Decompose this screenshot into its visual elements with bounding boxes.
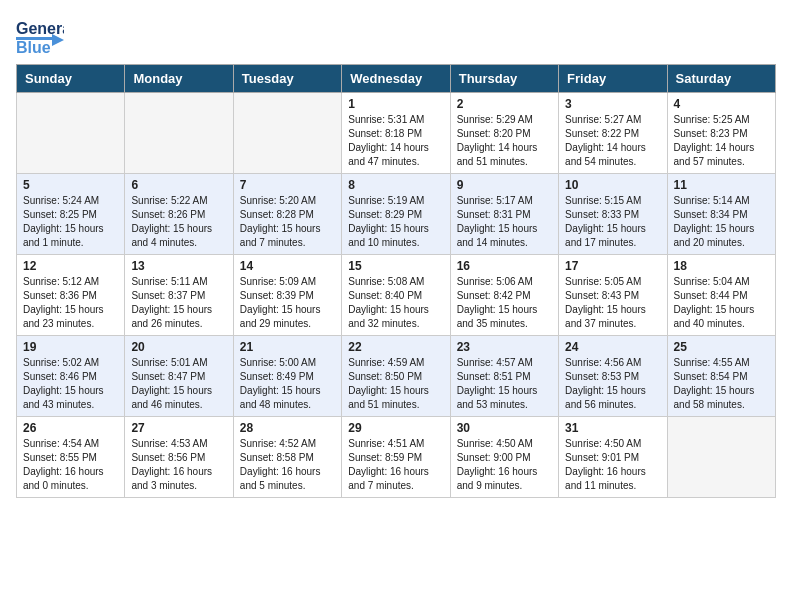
day-info: Sunrise: 5:31 AM Sunset: 8:18 PM Dayligh… [348,113,443,169]
day-info: Sunrise: 5:19 AM Sunset: 8:29 PM Dayligh… [348,194,443,250]
calendar-cell: 17Sunrise: 5:05 AM Sunset: 8:43 PM Dayli… [559,255,667,336]
calendar-cell: 4Sunrise: 5:25 AM Sunset: 8:23 PM Daylig… [667,93,775,174]
calendar-cell: 27Sunrise: 4:53 AM Sunset: 8:56 PM Dayli… [125,417,233,498]
day-number: 5 [23,178,118,192]
day-number: 31 [565,421,660,435]
day-info: Sunrise: 4:56 AM Sunset: 8:53 PM Dayligh… [565,356,660,412]
day-info: Sunrise: 4:51 AM Sunset: 8:59 PM Dayligh… [348,437,443,493]
calendar-cell: 11Sunrise: 5:14 AM Sunset: 8:34 PM Dayli… [667,174,775,255]
day-info: Sunrise: 5:27 AM Sunset: 8:22 PM Dayligh… [565,113,660,169]
calendar-cell: 2Sunrise: 5:29 AM Sunset: 8:20 PM Daylig… [450,93,558,174]
day-number: 18 [674,259,769,273]
day-number: 3 [565,97,660,111]
day-number: 6 [131,178,226,192]
calendar-cell: 6Sunrise: 5:22 AM Sunset: 8:26 PM Daylig… [125,174,233,255]
page-header: General Blue [16,16,776,54]
day-info: Sunrise: 4:50 AM Sunset: 9:01 PM Dayligh… [565,437,660,493]
day-info: Sunrise: 5:17 AM Sunset: 8:31 PM Dayligh… [457,194,552,250]
calendar-cell: 22Sunrise: 4:59 AM Sunset: 8:50 PM Dayli… [342,336,450,417]
calendar-cell: 10Sunrise: 5:15 AM Sunset: 8:33 PM Dayli… [559,174,667,255]
calendar-header-row: SundayMondayTuesdayWednesdayThursdayFrid… [17,65,776,93]
calendar-week-5: 26Sunrise: 4:54 AM Sunset: 8:55 PM Dayli… [17,417,776,498]
calendar-cell: 28Sunrise: 4:52 AM Sunset: 8:58 PM Dayli… [233,417,341,498]
calendar-cell: 15Sunrise: 5:08 AM Sunset: 8:40 PM Dayli… [342,255,450,336]
calendar-cell: 3Sunrise: 5:27 AM Sunset: 8:22 PM Daylig… [559,93,667,174]
calendar-cell: 21Sunrise: 5:00 AM Sunset: 8:49 PM Dayli… [233,336,341,417]
day-number: 20 [131,340,226,354]
day-number: 2 [457,97,552,111]
day-info: Sunrise: 5:08 AM Sunset: 8:40 PM Dayligh… [348,275,443,331]
day-info: Sunrise: 5:05 AM Sunset: 8:43 PM Dayligh… [565,275,660,331]
header-wednesday: Wednesday [342,65,450,93]
calendar-cell: 5Sunrise: 5:24 AM Sunset: 8:25 PM Daylig… [17,174,125,255]
day-info: Sunrise: 5:01 AM Sunset: 8:47 PM Dayligh… [131,356,226,412]
calendar-cell: 25Sunrise: 4:55 AM Sunset: 8:54 PM Dayli… [667,336,775,417]
day-number: 17 [565,259,660,273]
logo-icon: General Blue [16,16,64,54]
day-info: Sunrise: 5:11 AM Sunset: 8:37 PM Dayligh… [131,275,226,331]
day-number: 11 [674,178,769,192]
calendar-cell: 20Sunrise: 5:01 AM Sunset: 8:47 PM Dayli… [125,336,233,417]
day-info: Sunrise: 5:15 AM Sunset: 8:33 PM Dayligh… [565,194,660,250]
day-info: Sunrise: 5:22 AM Sunset: 8:26 PM Dayligh… [131,194,226,250]
calendar-cell [17,93,125,174]
day-info: Sunrise: 5:24 AM Sunset: 8:25 PM Dayligh… [23,194,118,250]
day-info: Sunrise: 4:55 AM Sunset: 8:54 PM Dayligh… [674,356,769,412]
day-info: Sunrise: 5:00 AM Sunset: 8:49 PM Dayligh… [240,356,335,412]
day-number: 13 [131,259,226,273]
day-number: 28 [240,421,335,435]
day-number: 19 [23,340,118,354]
calendar-cell: 7Sunrise: 5:20 AM Sunset: 8:28 PM Daylig… [233,174,341,255]
header-saturday: Saturday [667,65,775,93]
day-info: Sunrise: 4:52 AM Sunset: 8:58 PM Dayligh… [240,437,335,493]
day-number: 1 [348,97,443,111]
calendar-week-2: 5Sunrise: 5:24 AM Sunset: 8:25 PM Daylig… [17,174,776,255]
day-number: 30 [457,421,552,435]
day-info: Sunrise: 5:09 AM Sunset: 8:39 PM Dayligh… [240,275,335,331]
day-number: 25 [674,340,769,354]
day-info: Sunrise: 5:25 AM Sunset: 8:23 PM Dayligh… [674,113,769,169]
day-info: Sunrise: 5:20 AM Sunset: 8:28 PM Dayligh… [240,194,335,250]
calendar-cell: 19Sunrise: 5:02 AM Sunset: 8:46 PM Dayli… [17,336,125,417]
header-friday: Friday [559,65,667,93]
day-info: Sunrise: 4:59 AM Sunset: 8:50 PM Dayligh… [348,356,443,412]
day-info: Sunrise: 5:06 AM Sunset: 8:42 PM Dayligh… [457,275,552,331]
day-info: Sunrise: 4:53 AM Sunset: 8:56 PM Dayligh… [131,437,226,493]
day-info: Sunrise: 5:29 AM Sunset: 8:20 PM Dayligh… [457,113,552,169]
calendar-cell: 29Sunrise: 4:51 AM Sunset: 8:59 PM Dayli… [342,417,450,498]
day-number: 24 [565,340,660,354]
day-number: 23 [457,340,552,354]
svg-text:Blue: Blue [16,39,51,54]
header-monday: Monday [125,65,233,93]
calendar-table: SundayMondayTuesdayWednesdayThursdayFrid… [16,64,776,498]
day-number: 10 [565,178,660,192]
calendar-cell: 16Sunrise: 5:06 AM Sunset: 8:42 PM Dayli… [450,255,558,336]
day-number: 29 [348,421,443,435]
calendar-week-3: 12Sunrise: 5:12 AM Sunset: 8:36 PM Dayli… [17,255,776,336]
day-info: Sunrise: 4:54 AM Sunset: 8:55 PM Dayligh… [23,437,118,493]
header-thursday: Thursday [450,65,558,93]
calendar-week-1: 1Sunrise: 5:31 AM Sunset: 8:18 PM Daylig… [17,93,776,174]
day-number: 27 [131,421,226,435]
day-info: Sunrise: 4:50 AM Sunset: 9:00 PM Dayligh… [457,437,552,493]
day-number: 16 [457,259,552,273]
calendar-cell: 26Sunrise: 4:54 AM Sunset: 8:55 PM Dayli… [17,417,125,498]
calendar-cell: 13Sunrise: 5:11 AM Sunset: 8:37 PM Dayli… [125,255,233,336]
day-number: 8 [348,178,443,192]
day-number: 4 [674,97,769,111]
calendar-cell: 9Sunrise: 5:17 AM Sunset: 8:31 PM Daylig… [450,174,558,255]
calendar-cell: 24Sunrise: 4:56 AM Sunset: 8:53 PM Dayli… [559,336,667,417]
calendar-cell: 18Sunrise: 5:04 AM Sunset: 8:44 PM Dayli… [667,255,775,336]
day-number: 22 [348,340,443,354]
calendar-cell: 12Sunrise: 5:12 AM Sunset: 8:36 PM Dayli… [17,255,125,336]
calendar-cell: 14Sunrise: 5:09 AM Sunset: 8:39 PM Dayli… [233,255,341,336]
day-info: Sunrise: 5:12 AM Sunset: 8:36 PM Dayligh… [23,275,118,331]
calendar-cell [233,93,341,174]
day-info: Sunrise: 5:04 AM Sunset: 8:44 PM Dayligh… [674,275,769,331]
day-number: 12 [23,259,118,273]
svg-text:General: General [16,20,64,37]
day-number: 15 [348,259,443,273]
day-number: 14 [240,259,335,273]
calendar-week-4: 19Sunrise: 5:02 AM Sunset: 8:46 PM Dayli… [17,336,776,417]
day-number: 26 [23,421,118,435]
